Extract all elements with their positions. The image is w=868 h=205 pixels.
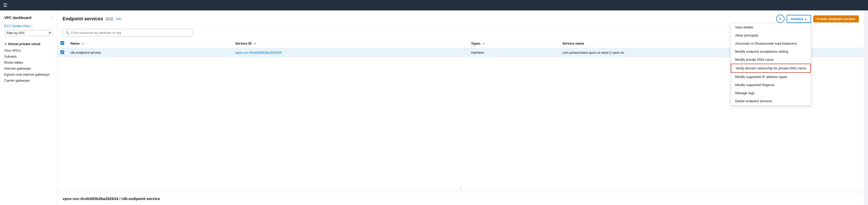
section-label: Virtual private cloud <box>8 42 40 46</box>
types-sort-icon: ▼ <box>483 42 485 45</box>
dropdown-item[interactable]: View details <box>731 23 811 31</box>
dropdown-item[interactable]: Verify domain ownership for private DNS … <box>731 64 811 73</box>
header-actions: ↻ Actions ▲ View detailsAllow principals… <box>776 14 859 23</box>
sidebar-nav-item[interactable]: Carrier gateways <box>0 78 57 84</box>
row-checkbox[interactable] <box>61 50 64 54</box>
hamburger-icon[interactable]: ☰ <box>3 2 7 8</box>
service-id-link[interactable]: vpce-svc-0ceb593b3ba202634 <box>235 51 282 55</box>
sidebar-nav-list: Your VPCsSubnetsRoute tablesInternet gat… <box>0 48 57 84</box>
dropdown-item[interactable]: Modify private DNS name <box>731 56 811 64</box>
col-service-name: Service name <box>559 39 864 48</box>
sidebar-collapse-button[interactable]: ‹ <box>52 16 53 20</box>
actions-button[interactable]: Actions ▲ <box>786 15 811 23</box>
sidebar-header: VPC dashboard ‹ <box>0 13 57 23</box>
col-service-id: Service ID ▼ <box>232 39 468 48</box>
dropdown-item[interactable]: Manage tags <box>731 89 811 97</box>
sidebar-nav-item[interactable]: Your VPCs <box>0 48 57 54</box>
right-panel <box>864 10 868 205</box>
refresh-button[interactable]: ↻ <box>776 14 784 23</box>
count-badge: (1/1) <box>105 17 113 21</box>
col-types: Types ▼ <box>468 39 559 48</box>
refresh-icon: ↻ <box>779 17 782 21</box>
sidebar: VPC dashboard ‹ EC2 Global View Filter b… <box>0 10 57 205</box>
row-name: nlb-endpoint-service <box>67 48 232 57</box>
select-all-checkbox[interactable] <box>61 41 64 45</box>
info-link[interactable]: Info <box>116 17 122 21</box>
content-header: Endpoint services (1/1) Info ↻ Actions ▲… <box>57 10 864 26</box>
sidebar-nav-item[interactable]: Internet gateways <box>0 65 57 71</box>
ec2-global-view-link[interactable]: EC2 Global View <box>0 23 57 29</box>
dropdown-item[interactable]: Delete endpoint services <box>731 97 811 105</box>
vpc-filter-select[interactable]: Filter by VPC <box>4 30 53 36</box>
actions-label: Actions <box>791 17 803 21</box>
sidebar-nav-item[interactable]: Subnets <box>0 54 57 59</box>
sidebar-title: VPC dashboard <box>4 16 31 20</box>
search-input[interactable] <box>71 31 190 35</box>
sidebar-nav-item[interactable]: Route tables <box>0 59 57 65</box>
col-name: Name ▼ <box>67 39 232 48</box>
bottom-section: vpce-svc-0ceb593b3ba202634 / nlb-endpoin… <box>57 192 864 205</box>
resize-handle[interactable]: = <box>57 186 864 192</box>
dropdown-item[interactable]: Modify supported IP address types <box>731 73 811 81</box>
name-sort-icon: ▼ <box>82 42 84 45</box>
top-nav: ☰ <box>0 0 868 10</box>
actions-dropdown-menu: View detailsAllow principalsAssociate or… <box>731 23 811 106</box>
vpc-filter[interactable]: Filter by VPC <box>4 30 53 36</box>
create-endpoint-service-button[interactable]: Create endpoint service <box>813 16 859 23</box>
sidebar-nav-item[interactable]: Egress-only internet gateways <box>0 71 57 78</box>
dropdown-item[interactable]: Allow principals <box>731 31 811 39</box>
section-chevron: ▼ <box>4 42 7 46</box>
actions-container: Actions ▲ View detailsAllow principalsAs… <box>786 15 811 23</box>
page-title: Endpoint services <box>63 16 103 22</box>
search-bar: 🔍 <box>63 29 193 36</box>
detail-title: vpce-svc-0ceb593b3ba202634 / nlb-endpoin… <box>63 196 160 201</box>
sidebar-section-title[interactable]: ▼ Virtual private cloud <box>0 39 57 48</box>
row-types: Interface <box>468 48 559 57</box>
search-icon: 🔍 <box>65 31 70 35</box>
service-id-sort-icon: ▼ <box>253 42 256 45</box>
dropdown-item[interactable]: Associate or Disassociate load balancers <box>731 39 811 48</box>
actions-arrow-icon: ▲ <box>804 18 807 20</box>
dropdown-item[interactable]: Modify supported Regions <box>731 81 811 89</box>
content-area: Endpoint services (1/1) Info ↻ Actions ▲… <box>57 10 864 205</box>
dropdown-item[interactable]: Modify endpoint acceptance setting <box>731 48 811 56</box>
row-service-name: com.amazonaws.vpce.us-west-2.vpce-sv <box>559 48 864 57</box>
